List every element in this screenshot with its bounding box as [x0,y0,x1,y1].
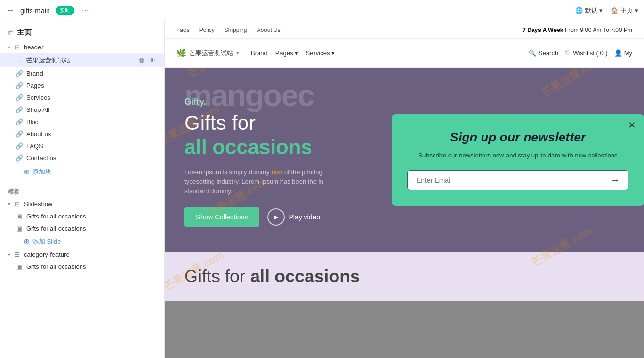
hero-description: Lorem Ipsum is simply dummy text of the … [184,168,349,196]
slideshow-section-toggle[interactable]: ▾ ⊞ Slideshow [0,198,164,210]
services-chevron-icon: ▾ [331,49,335,57]
link-icon-7: 🔗 [16,142,23,150]
sidebar-header: ⧉ 主页 [0,21,164,41]
sidebar-item-mangoec[interactable]: ·· 芒果运营测试站 🗑 👁 [0,53,164,67]
logo-chevron-icon: ▾ [236,50,239,56]
back-button[interactable]: ← [6,5,15,16]
caret-icon-2: ▾ [8,202,10,207]
hero-title-accent: all occasions [184,136,312,158]
dot-icon: ·· [16,57,23,64]
top-bar: ← gifts-main 实时 ··· 🌐 默认 ▾ 🏠 主页 ▾ [0,0,644,21]
main-layout: ⧉ 主页 ▾ ⊞ header ·· 芒果运营测试站 🗑 👁 [0,21,644,358]
page-title: gifts-main [20,7,50,15]
slideshow-item-1[interactable]: ▣ Gifts for all occasions [0,210,164,222]
sidebar-item-services[interactable]: 🔗 Services [0,92,164,104]
more-options-button[interactable]: ··· [82,5,89,16]
wishlist-action[interactable]: ♡ Wishlist ( 0 ) [565,49,608,57]
slideshow-item-2[interactable]: ▣ Gifts for all occasions [0,222,164,234]
sidebar-item-blog[interactable]: 🔗 Blog [0,116,164,128]
site-info-text: From 9:00 Am To 7:00 Pm [565,27,632,33]
category-slide-icon: ▣ [16,263,23,270]
site-link-shipping[interactable]: Shipping [225,27,247,33]
chevron-down-icon: ▾ [599,7,603,14]
link-icon-3: 🔗 [16,94,23,101]
hero-section: mangoec Gifty. Gifts for all occasions L… [165,68,644,252]
add-block-button[interactable]: ⊕ 添加块 [0,164,164,179]
component-icon: ⊞ [13,44,21,51]
caret-icon: ▾ [8,45,10,50]
caret-icon-3: ▾ [8,252,10,257]
header-section-toggle[interactable]: ▾ ⊞ header [0,41,164,53]
account-action[interactable]: 👤 My [614,49,632,57]
sidebar-item-pages[interactable]: 🔗 Pages [0,79,164,92]
newsletter-email-input[interactable] [413,171,608,190]
site-top-info-right: 7 Days A Week From 9:00 Am To 7:00 Pm [522,27,632,33]
site-nav-services[interactable]: Services ▾ [306,49,335,57]
sidebar-item-aboutus[interactable]: 🔗 About us [0,128,164,140]
site-info-strong: 7 Days A Week [522,27,563,33]
site-link-aboutus[interactable]: About Us [257,27,280,33]
newsletter-submit-button[interactable]: → [608,171,623,188]
pages-chevron-icon: ▾ [295,49,298,57]
sidebar-title: 主页 [17,28,32,37]
link-icon-6: 🔗 [16,130,23,138]
sidebar-item-brand[interactable]: 🔗 Brand [0,67,164,79]
visibility-button[interactable]: 👁 [148,56,157,65]
content-area: 芒果运营.com 芒果运营.com 芒果运营.com 芒果运营.com 芒果运营… [165,21,644,358]
show-collections-button[interactable]: Show Collections [184,207,259,227]
category-icon: ☰ [13,251,21,258]
globe-icon: 🌐 [575,7,583,14]
site-top-links: Faqs Policy Shipping About Us [177,27,281,33]
category-feature-item-1[interactable]: ▣ Gifts for all occasions [0,261,164,273]
heart-icon: ♡ [565,49,571,57]
add-slide-button[interactable]: ⊕ 添加 Slide [0,234,164,249]
site-link-faqs[interactable]: Faqs [177,27,190,33]
site-nav-pages[interactable]: Pages ▾ [275,49,298,57]
home-icon: 🏠 [611,7,618,14]
chevron-down-icon-2: ▾ [635,7,638,14]
bottom-section: Gifts for all occasions [165,252,644,301]
user-icon: 👤 [614,49,622,57]
bottom-title-plain: Gifts for [184,266,250,286]
site-top-info-bar: Faqs Policy Shipping About Us 7 Days A W… [165,21,644,39]
live-badge: 实时 [56,6,74,15]
bottom-title-bold: all occasions [250,266,360,286]
link-icon-8: 🔗 [16,155,23,162]
slideshow-icon: ⊞ [13,201,21,208]
category-feature-toggle[interactable]: ▾ ☰ category-feature [0,249,164,261]
search-action[interactable]: 🔍 Search [529,49,558,57]
link-icon-4: 🔗 [16,106,23,113]
sidebar: ⧉ 主页 ▾ ⊞ header ·· 芒果运营测试站 🗑 👁 [0,21,165,358]
item-actions: 🗑 👁 [137,56,157,65]
site-logo[interactable]: 🌿 芒果运营测试站 ▾ [177,48,239,58]
newsletter-description: Subscribe our newsletters now and stay u… [407,151,628,160]
site-nav-brand[interactable]: Brand [251,49,268,57]
sidebar-item-faqs[interactable]: 🔗 FAQS [0,140,164,152]
slide-icon-2: ▣ [16,225,23,232]
sidebar-scroll[interactable]: ▾ ⊞ header ·· 芒果运营测试站 🗑 👁 🔗 Brand [0,41,164,358]
home-selector[interactable]: 🏠 主页 ▾ [611,6,638,15]
play-video-button[interactable]: ▶ Play video [267,208,320,226]
top-bar-right: 🌐 默认 ▾ 🏠 主页 ▾ [575,6,638,15]
search-icon: 🔍 [529,49,536,57]
sidebar-item-shopall[interactable]: 🔗 Shop All [0,104,164,116]
sidebar-item-contactus[interactable]: 🔗 Contact us [0,152,164,164]
layers-icon: ⧉ [8,29,13,37]
hero-title: Gifts for all occasions [184,111,369,160]
site-link-policy[interactable]: Policy [199,27,215,33]
newsletter-close-button[interactable]: ✕ [628,120,636,130]
link-icon-2: 🔗 [16,82,23,89]
plus-icon: ⊕ [23,167,30,176]
language-selector[interactable]: 🌐 默认 ▾ [575,6,603,15]
slide-icon-1: ▣ [16,213,23,220]
delete-button[interactable]: 🗑 [137,56,145,65]
header-section: ▾ ⊞ header ·· 芒果运营测试站 🗑 👁 🔗 Brand [0,41,164,183]
link-icon-5: 🔗 [16,118,23,125]
template-section-label: 模板 [0,183,164,198]
plus-icon-2: ⊕ [23,237,30,246]
hero-tag: Gifty. [184,97,369,107]
bottom-title: Gifts for all occasions [184,266,625,287]
site-nav-links: Brand Pages ▾ Services ▾ [251,49,335,57]
site-nav-actions: 🔍 Search ♡ Wishlist ( 0 ) 👤 My [529,49,632,57]
leaf-icon: 🌿 [177,48,186,58]
